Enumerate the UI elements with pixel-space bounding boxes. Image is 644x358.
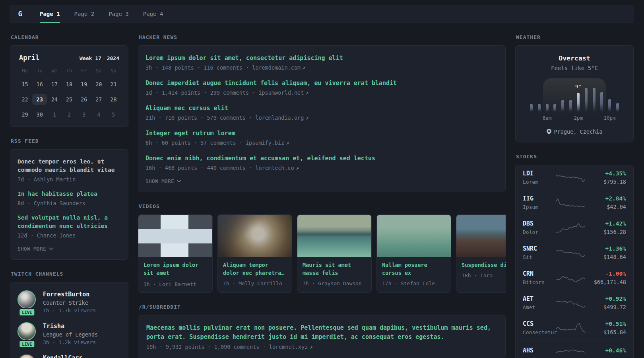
- stock-row[interactable]: CRNBitcorn-1.00%$66,171.48: [522, 265, 627, 290]
- weather-bar: [569, 100, 572, 112]
- video-title[interactable]: Mauris sit amet massa felis: [303, 261, 366, 277]
- video-title[interactable]: Nullam posuere cursus ex: [382, 261, 446, 277]
- stock-row[interactable]: AHS+0.46%: [522, 340, 627, 358]
- stock-row[interactable]: DBSDolor+1.42%$156.28: [522, 215, 627, 240]
- hn-item-title[interactable]: Aliquam nec cursus elit: [145, 104, 498, 113]
- external-link-icon: ↗: [304, 90, 308, 96]
- navbar: G Page 1Page 2Page 3Page 4: [10, 5, 634, 23]
- video-card[interactable]: Mauris sit amet massa felis7h · Grayson …: [297, 214, 372, 293]
- stock-sparkline: [556, 197, 585, 208]
- domain-link[interactable]: ipsumworld.net: [258, 90, 304, 96]
- rss-item-title[interactable]: Donec tempor eros leo, ut commodo mauris…: [17, 158, 121, 174]
- show-more-label: SHOW MORE: [145, 178, 174, 184]
- stock-change: +0.51%: [586, 321, 626, 327]
- stock-row[interactable]: AETAmet+0.92%$499.72: [522, 290, 627, 315]
- post-meta: 16h · 468 points · 440 comments · loremt…: [145, 165, 498, 171]
- stock-name: Dolor: [523, 229, 556, 235]
- video-card[interactable]: Suspendisse diam18h · Tara: [456, 214, 506, 293]
- video-card-body: Lorem ipsum dolor sit amet consectetu…1h…: [138, 257, 212, 292]
- temp-label: 9°: [575, 84, 582, 90]
- hn-item-title[interactable]: Donec enim nibh, condimentum et accumsan…: [145, 154, 498, 163]
- video-card[interactable]: Aliquam tempor dolor nec pharetra…1h · M…: [217, 214, 292, 293]
- video-title[interactable]: Suspendisse diam: [462, 261, 506, 269]
- weather-bar-column: [582, 81, 590, 112]
- hn-item: Aliquam nec cursus elit21h · 710 points …: [145, 104, 498, 121]
- stock-change: +0.92%: [585, 296, 626, 302]
- stock-name: Lorem: [523, 179, 556, 185]
- domain-link[interactable]: loremdomain.com: [252, 64, 301, 71]
- subreddit-post: Maecenas mollis pulvinar erat non posuer…: [146, 323, 497, 350]
- rss-item-title[interactable]: Sed volutpat nulla nisl, a condimentum n…: [17, 214, 121, 230]
- twitch-channel[interactable]: LIVETrishaLeague of Legends3h · 1.2k vie…: [17, 322, 121, 345]
- weather-bar: [577, 93, 580, 112]
- hackernews-show-more-button[interactable]: SHOW MORE: [145, 178, 181, 184]
- stock-id: AETAmet: [523, 295, 556, 310]
- domain-link[interactable]: loremnet.xyz: [269, 344, 308, 350]
- video-card[interactable]: Lorem ipsum dolor sit amet consectetu…1h…: [138, 214, 213, 293]
- tab-page-1[interactable]: Page 1: [40, 5, 60, 23]
- domain-link[interactable]: loremlandia.org: [255, 115, 304, 121]
- post-meta: 3h · 148 points · 116 comments · loremdo…: [145, 64, 498, 71]
- weather-hour-cell: [528, 115, 535, 121]
- subreddit-card: Maecenas mollis pulvinar erat non posuer…: [138, 315, 506, 358]
- date-cell: 15: [17, 79, 32, 90]
- date-cell: 3: [77, 109, 91, 120]
- channel-viewers: 3h · 1.2k viewers: [43, 339, 98, 345]
- date-cell: 26: [77, 94, 91, 105]
- weather-hour-cell: [535, 115, 543, 121]
- post-meta: 19h · 9,932 points · 1,090 comments · lo…: [146, 344, 497, 350]
- twitch-channel[interactable]: KendallCarr: [17, 354, 121, 358]
- stocks-widget-title: STOCKS: [516, 154, 634, 160]
- channel-info: ForrestBurtonCounter-Strike1h · 1.7k vie…: [43, 290, 96, 313]
- hn-item-title[interactable]: Integer eget rutrum lorem: [145, 129, 498, 138]
- weather-hour-cell: [582, 115, 590, 121]
- month-label: April: [19, 54, 39, 62]
- domain-link[interactable]: ipsumify.biz: [246, 140, 285, 146]
- domain-link[interactable]: loremtech.co: [255, 165, 294, 171]
- hn-item: Integer eget rutrum lorem6h · 60 points …: [145, 129, 498, 146]
- video-title[interactable]: Aliquam tempor dolor nec pharetra…: [223, 261, 287, 277]
- widget-subreddit: /R/SUBREDDIT Maecenas mollis pulvinar er…: [138, 304, 506, 358]
- rss-item-title[interactable]: In hac habitasse platea: [17, 190, 121, 198]
- stock-id: LDILorem: [523, 170, 556, 185]
- stock-price: $156.28: [585, 229, 626, 235]
- stock-row[interactable]: IIGIpsum+2.84%$42.04: [522, 190, 627, 215]
- day-header: Fr: [77, 68, 91, 74]
- twitch-channel[interactable]: LIVEForrestBurtonCounter-Strike1h · 1.7k…: [17, 290, 121, 313]
- location-label: Prague, Czechia: [554, 128, 603, 135]
- tab-page-3[interactable]: Page 3: [109, 5, 129, 23]
- hn-item-title[interactable]: Donec imperdiet augue tincidunt felis al…: [145, 79, 498, 88]
- hn-item-title[interactable]: Lorem ipsum dolor sit amet, consectetur …: [145, 54, 498, 62]
- show-more-label: SHOW MORE: [17, 246, 46, 252]
- stock-change: -1.00%: [585, 270, 626, 277]
- stock-ticker: IIG: [523, 195, 556, 202]
- avatar: [17, 290, 36, 309]
- weather-bar: [546, 104, 549, 112]
- stock-change: +1.42%: [585, 220, 626, 227]
- tab-page-2[interactable]: Page 2: [74, 5, 95, 23]
- rss-show-more-button[interactable]: SHOW MORE: [17, 246, 53, 252]
- video-meta: 7h · Grayson Dawson: [303, 280, 366, 286]
- stock-quote: +0.46%: [585, 347, 626, 356]
- stock-row[interactable]: CCSConsectetur+0.51%$165.84: [522, 315, 627, 340]
- post-meta: 6h · 60 points · 57 comments · ipsumify.…: [145, 140, 498, 146]
- weather-bar: [530, 104, 533, 112]
- subreddit-widget-title: /R/SUBREDDIT: [139, 304, 506, 310]
- weather-hour-cell: 2pm: [574, 115, 582, 121]
- channel-game: Counter-Strike: [43, 300, 96, 306]
- stock-row[interactable]: SNRCSit+1.36%$148.64: [522, 240, 627, 265]
- selected-date-cell: 23: [32, 94, 47, 105]
- stock-price: $499.72: [585, 304, 626, 310]
- tab-page-4[interactable]: Page 4: [143, 5, 163, 23]
- post-title[interactable]: Maecenas mollis pulvinar erat non posuer…: [146, 323, 497, 342]
- app-logo: G: [10, 5, 30, 23]
- video-card[interactable]: Nullam posuere cursus ex17h · Stefan Col…: [376, 214, 451, 293]
- stock-id: SNRCSit: [523, 245, 556, 260]
- stock-row[interactable]: LDILorem+4.35%$795.18: [522, 165, 627, 190]
- weather-bar-column: [535, 81, 543, 112]
- widget-calendar: CALENDAR April Week 17·2024 MoTuWeThFrSa…: [10, 34, 128, 127]
- video-title[interactable]: Lorem ipsum dolor sit amet consectetu…: [144, 261, 207, 278]
- stock-ticker: CCS: [523, 320, 556, 327]
- weather-bar: [616, 103, 619, 112]
- stock-name: Consectetur: [523, 329, 556, 335]
